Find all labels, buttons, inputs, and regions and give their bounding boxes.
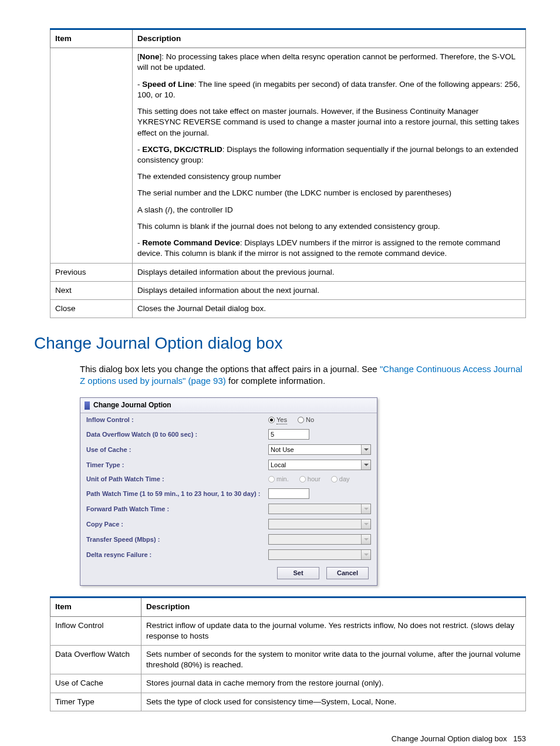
radio-min <box>268 476 275 482</box>
radio-hour <box>299 476 306 482</box>
item-cell: Data Overflow Watch <box>50 645 141 674</box>
chevron-down-icon <box>361 550 370 559</box>
desc-cell: Stores journal data in cache memory from… <box>141 674 526 693</box>
data-overflow-input[interactable]: 5 <box>268 429 309 440</box>
desc-line: - Remote Command Device: Displays LDEV n… <box>137 238 521 259</box>
desc-line: - EXCTG, DKC/CTRLID: Displays the follow… <box>137 144 521 166</box>
label-copy-pace: Copy Pace : <box>86 520 268 529</box>
section-title: Change Journal Option dialog box <box>34 332 526 355</box>
cancel-button[interactable]: Cancel <box>326 567 369 579</box>
desc-cell: Sets number of seconds for the system to… <box>141 645 526 674</box>
item-cell: Next <box>50 281 133 299</box>
label-delta-resync-failure: Delta resync Failure : <box>86 551 268 559</box>
table-row: Next Displays detailed information about… <box>50 281 526 299</box>
set-button[interactable]: Set <box>277 567 319 579</box>
unit-path-watch-radio-group: min. hour day <box>268 475 371 484</box>
label-transfer-speed: Transfer Speed (Mbps) : <box>86 535 268 544</box>
chevron-down-icon <box>361 535 370 544</box>
table-row: Previous Displays detailed information a… <box>50 263 526 281</box>
dialog-title-text: Change Journal Option <box>93 400 171 410</box>
label-use-of-cache: Use of Cache : <box>86 445 268 454</box>
item-cell <box>50 48 133 263</box>
chevron-down-icon <box>361 460 370 470</box>
path-watch-time-input[interactable] <box>268 488 309 499</box>
label-inflow-control: Inflow Control : <box>86 416 268 424</box>
desc-line: The extended consistency group number <box>137 171 521 182</box>
label-path-watch-time: Path Watch Time (1 to 59 min., 1 to 23 h… <box>86 490 268 498</box>
page-footer: Change Journal Option dialog box 153 <box>34 734 526 744</box>
table-row: Timer Type Sets the type of clock used f… <box>50 693 526 711</box>
page-number: 153 <box>513 734 526 743</box>
desc-cell: [None]: No processing takes place when d… <box>133 48 526 263</box>
transfer-speed-select[interactable] <box>268 534 371 545</box>
desc-line: This setting does not take effect on mas… <box>137 106 521 139</box>
change-journal-option-dialog: Change Journal Option Inflow Control : Y… <box>80 397 377 586</box>
chevron-down-icon <box>361 504 370 514</box>
desc-cell: Sets the type of clock used for consiste… <box>141 693 526 711</box>
desc-cell: Restrict inflow of update data to the jo… <box>141 616 526 645</box>
table-row: Data Overflow Watch Sets number of secon… <box>50 645 526 674</box>
col-item: Item <box>50 29 133 48</box>
inflow-control-radio-group[interactable]: Yes No <box>268 416 371 425</box>
table-row: Inflow Control Restrict inflow of update… <box>50 616 526 645</box>
label-data-overflow: Data Overflow Watch (0 to 600 sec) : <box>86 430 268 439</box>
footer-text: Change Journal Option dialog box <box>392 734 507 743</box>
section-intro: This dialog box lets you change the opti… <box>80 363 526 387</box>
col-description: Description <box>141 598 526 616</box>
desc-line: The serial number and the LDKC number (t… <box>137 188 521 198</box>
dialog-titlebar: Change Journal Option <box>80 398 377 413</box>
label-forward-path-watch: Forward Path Watch Time : <box>86 505 268 514</box>
item-cell: Use of Cache <box>50 674 141 693</box>
timer-type-select[interactable]: Local <box>268 460 371 470</box>
desc-line: A slash (/), the controller ID <box>137 205 521 215</box>
desc-line: This column is blank if the journal does… <box>137 221 521 232</box>
chevron-down-icon <box>361 445 370 454</box>
desc-line: - Speed of Line: The line speed (in mega… <box>137 79 521 100</box>
radio-yes[interactable] <box>268 417 275 423</box>
use-of-cache-select[interactable]: Not Use <box>268 444 371 455</box>
desc-cell: Displays detailed information about the … <box>133 281 526 299</box>
copy-pace-select[interactable] <box>268 519 371 529</box>
col-item: Item <box>50 598 141 616</box>
col-description: Description <box>133 29 526 48</box>
item-cell: Previous <box>50 263 133 281</box>
table-row: Close Closes the Journal Detail dialog b… <box>50 299 526 318</box>
delta-resync-failure-select[interactable] <box>268 549 371 560</box>
radio-day <box>331 476 338 482</box>
chevron-down-icon <box>361 519 370 529</box>
desc-cell: Displays detailed information about the … <box>133 263 526 281</box>
radio-no[interactable] <box>298 417 304 423</box>
label-timer-type: Timer Type : <box>86 461 268 470</box>
item-cell: Inflow Control <box>50 616 141 645</box>
dialog-icon <box>85 401 90 410</box>
journal-detail-continuation-table: Item Description [None]: No processing t… <box>50 28 526 318</box>
table-row: [None]: No processing takes place when d… <box>50 48 526 263</box>
forward-path-watch-select[interactable] <box>268 504 371 514</box>
label-unit-path-watch: Unit of Path Watch Time : <box>86 475 268 484</box>
item-cell: Close <box>50 299 133 318</box>
table-row: Use of Cache Stores journal data in cach… <box>50 674 526 693</box>
item-cell: Timer Type <box>50 693 141 711</box>
desc-line: [None]: No processing takes place when d… <box>137 52 521 73</box>
change-journal-option-items-table: Item Description Inflow Control Restrict… <box>50 596 526 711</box>
desc-cell: Closes the Journal Detail dialog box. <box>133 299 526 318</box>
